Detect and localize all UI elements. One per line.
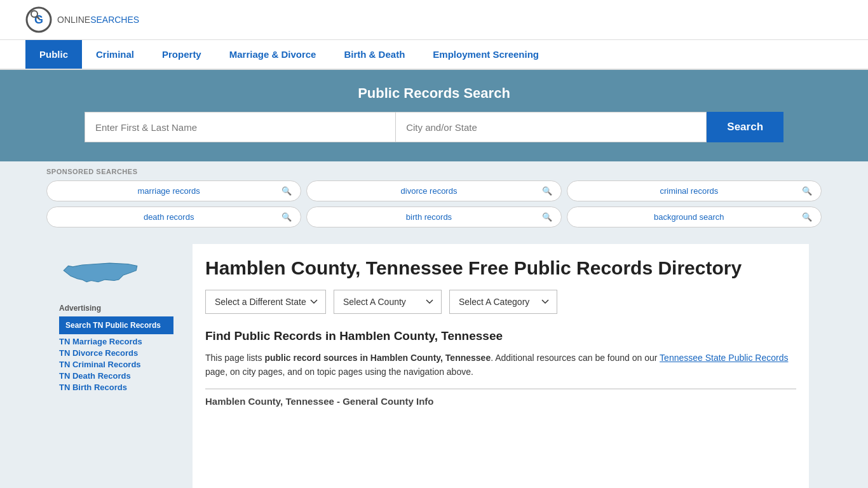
sponsored-area: SPONSORED SEARCHES marriage records 🔍 di… [46,161,822,227]
tn-state-records-link[interactable]: Tennessee State Public Records [660,353,788,363]
sidebar-link-birth[interactable]: TN Birth Records [59,383,142,392]
ad-highlight-button[interactable]: Search TN Public Records [59,316,173,334]
state-dropdown[interactable]: Select a Different State [205,290,326,314]
dropdowns-row: Select a Different State Select A County… [205,290,796,314]
all-content: SPONSORED SEARCHES marriage records 🔍 di… [34,161,834,488]
sidebar: Advertising Search TN Public Records TN … [59,244,193,488]
nav-item-criminal[interactable]: Criminal [82,40,148,69]
nav-item-marriage-divorce[interactable]: Marriage & Divorce [215,40,330,69]
location-input[interactable] [395,112,707,142]
category-dropdown[interactable]: Select A Category [449,290,557,314]
pill-divorce-records[interactable]: divorce records 🔍 [306,180,561,201]
search-icon-pill-3: 🔍 [281,212,292,222]
section-divider [205,388,796,390]
search-icon-pill-5: 🔍 [802,212,812,222]
nav-item-property[interactable]: Property [148,40,215,69]
advertising-label: Advertising [59,304,101,313]
tennessee-map [59,257,142,294]
logo-text: ONLINESEARCHES [57,15,139,25]
logo-icon: G [25,6,52,33]
page-heading: Hamblen County, Tennessee Free Public Re… [205,257,796,280]
hero-section: Public Records Search Search [0,70,868,161]
search-icon-pill-0: 🔍 [281,186,292,196]
sidebar-links: TN Marriage Records TN Divorce Records T… [59,337,142,392]
svg-text:G: G [34,13,43,26]
nav-item-birth-death[interactable]: Birth & Death [330,40,419,69]
description-text: This page lists public record sources in… [205,351,796,379]
county-info-title: Hamblen County, Tennessee - General Coun… [205,396,796,407]
pill-death-records[interactable]: death records 🔍 [46,207,301,227]
pill-marriage-records[interactable]: marriage records 🔍 [46,180,301,201]
pill-background-link[interactable]: background search [576,212,802,222]
main-nav: Public Criminal Property Marriage & Divo… [0,40,868,70]
pill-divorce-link[interactable]: divorce records [316,186,541,196]
search-icon-pill-4: 🔍 [542,212,552,222]
pill-background-search[interactable]: background search 🔍 [567,207,822,227]
sidebar-link-divorce[interactable]: TN Divorce Records [59,348,142,358]
nav-item-employment[interactable]: Employment Screening [419,40,553,69]
pill-criminal-link[interactable]: criminal records [576,186,802,196]
search-icon-pill-1: 🔍 [542,186,552,196]
sponsored-label: SPONSORED SEARCHES [46,168,822,175]
county-dropdown[interactable]: Select A County [334,290,442,314]
pill-criminal-records[interactable]: criminal records 🔍 [567,180,822,201]
nav-item-public[interactable]: Public [25,40,82,69]
sidebar-link-marriage[interactable]: TN Marriage Records [59,337,142,346]
pill-birth-link[interactable]: birth records [316,212,541,222]
desc-bold1: public record sources in Hamblen County,… [264,353,491,363]
sidebar-link-criminal[interactable]: TN Criminal Records [59,360,142,369]
pill-marriage-link[interactable]: marriage records [56,186,281,196]
header: G ONLINESEARCHES [0,0,868,40]
sidebar-link-death[interactable]: TN Death Records [59,371,142,381]
desc-part2: . Additional resources can be found on o… [491,353,660,363]
state-map-area: Advertising Search TN Public Records TN … [59,257,182,402]
pill-death-link[interactable]: death records [56,212,281,222]
hero-title: Public Records Search [25,85,843,102]
find-records-title: Find Public Records in Hamblen County, T… [205,329,796,343]
name-input[interactable] [85,112,395,142]
main-content: Hamblen County, Tennessee Free Public Re… [193,244,809,488]
search-button[interactable]: Search [707,112,783,142]
desc-part3: page, on city pages, and on topic pages … [205,367,473,377]
search-bar: Search [85,112,783,142]
desc-part1: This page lists [205,353,264,363]
pill-birth-records[interactable]: birth records 🔍 [306,207,561,227]
main-wrapper: Advertising Search TN Public Records TN … [46,234,822,488]
logo: G ONLINESEARCHES [25,6,139,33]
search-icon-pill-2: 🔍 [802,186,812,196]
sponsored-pills-grid: marriage records 🔍 divorce records 🔍 cri… [46,180,822,227]
